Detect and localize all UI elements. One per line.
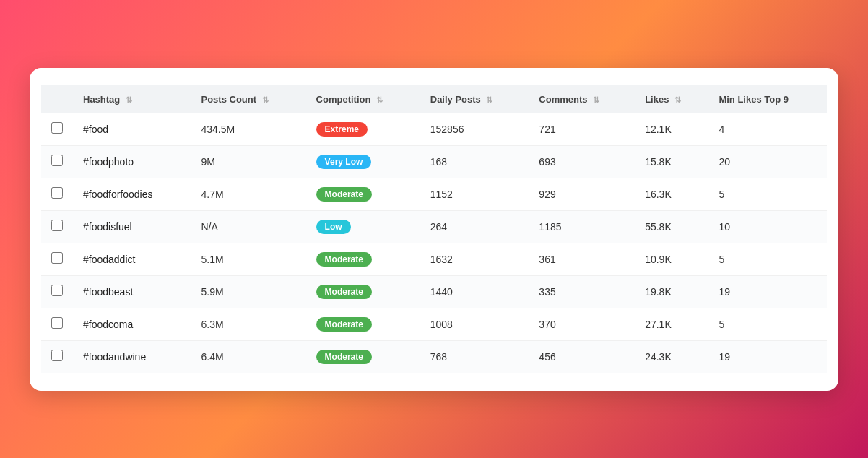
cell-posts-count: 4.7M [191, 178, 306, 210]
cell-competition: Moderate [306, 178, 420, 210]
row-checkbox-cell[interactable] [41, 243, 73, 275]
table-row: #food 434.5M Extreme 152856 721 12.1K 4 [41, 113, 827, 146]
cell-hashtag: #foodisfuel [73, 210, 191, 243]
cell-likes: 15.8K [635, 145, 708, 178]
cell-min-likes-top9: 10 [708, 210, 827, 243]
cell-posts-count: 9M [191, 145, 306, 178]
cell-posts-count: 434.5M [191, 113, 306, 146]
cell-hashtag: #foodforfoodies [73, 178, 191, 210]
cell-posts-count: 5.9M [191, 275, 306, 308]
cell-comments: 456 [529, 340, 635, 373]
col-header-min-likes: Min Likes Top 9 [708, 85, 827, 113]
competition-badge: Moderate [316, 187, 372, 202]
cell-hashtag: #foodbeast [73, 275, 191, 308]
table-row: #foodphoto 9M Very Low 168 693 15.8K 20 [41, 145, 827, 178]
sort-icon-likes: ⇅ [674, 95, 681, 105]
row-checkbox-cell[interactable] [41, 178, 73, 210]
sort-icon-daily-posts: ⇅ [486, 95, 492, 105]
row-checkbox-cell[interactable] [41, 340, 73, 373]
competition-badge: Extreme [316, 122, 368, 137]
competition-badge: Very Low [316, 155, 372, 169]
cell-min-likes-top9: 4 [708, 113, 827, 146]
sort-icon-comments: ⇅ [593, 95, 599, 105]
row-checkbox[interactable] [51, 122, 63, 134]
col-header-likes[interactable]: Likes ⇅ [635, 85, 708, 113]
cell-likes: 19.8K [635, 275, 708, 308]
table-row: #foodcoma 6.3M Moderate 1008 370 27.1K 5 [41, 308, 827, 340]
row-checkbox[interactable] [51, 252, 63, 264]
cell-comments: 370 [529, 308, 635, 340]
cell-min-likes-top9: 19 [708, 275, 827, 308]
row-checkbox[interactable] [51, 285, 63, 296]
hashtag-table: Hashtag ⇅ Posts Count ⇅ Competition ⇅ Da… [41, 85, 827, 373]
cell-competition: Moderate [306, 308, 420, 340]
cell-comments: 693 [529, 145, 635, 178]
cell-comments: 335 [529, 275, 635, 308]
cell-competition: Very Low [306, 145, 420, 178]
cell-competition: Moderate [306, 243, 420, 275]
col-header-hashtag[interactable]: Hashtag ⇅ [73, 85, 191, 113]
cell-daily-posts: 1632 [420, 243, 529, 275]
cell-daily-posts: 168 [420, 145, 529, 178]
row-checkbox[interactable] [51, 155, 63, 166]
sort-icon-hashtag: ⇅ [126, 95, 132, 105]
row-checkbox-cell[interactable] [41, 145, 73, 178]
cell-likes: 27.1K [635, 308, 708, 340]
table-row: #foodforfoodies 4.7M Moderate 1152 929 1… [41, 178, 827, 210]
col-header-posts-count[interactable]: Posts Count ⇅ [191, 85, 306, 113]
cell-hashtag: #foodcoma [73, 308, 191, 340]
cell-hashtag: #foodphoto [73, 145, 191, 178]
cell-comments: 929 [529, 178, 635, 210]
row-checkbox[interactable] [51, 220, 63, 231]
competition-badge: Moderate [316, 317, 372, 332]
cell-likes: 16.3K [635, 178, 708, 210]
col-header-daily-posts[interactable]: Daily Posts ⇅ [420, 85, 529, 113]
row-checkbox-cell[interactable] [41, 275, 73, 308]
cell-posts-count: 5.1M [191, 243, 306, 275]
row-checkbox-cell[interactable] [41, 308, 73, 340]
row-checkbox-cell[interactable] [41, 210, 73, 243]
cell-daily-posts: 1152 [420, 178, 529, 210]
cell-min-likes-top9: 5 [708, 243, 827, 275]
cell-hashtag: #food [73, 113, 191, 146]
cell-min-likes-top9: 5 [708, 308, 827, 340]
cell-competition: Moderate [306, 275, 420, 308]
table-row: #foodaddict 5.1M Moderate 1632 361 10.9K… [41, 243, 827, 275]
cell-likes: 55.8K [635, 210, 708, 243]
cell-daily-posts: 1008 [420, 308, 529, 340]
cell-posts-count: N/A [191, 210, 306, 243]
cell-daily-posts: 768 [420, 340, 529, 373]
cell-posts-count: 6.3M [191, 308, 306, 340]
cell-daily-posts: 152856 [420, 113, 529, 146]
row-checkbox[interactable] [51, 187, 63, 199]
table-row: #foodandwine 6.4M Moderate 768 456 24.3K… [41, 340, 827, 373]
cell-comments: 361 [529, 243, 635, 275]
row-checkbox[interactable] [51, 350, 63, 361]
col-header-comments[interactable]: Comments ⇅ [529, 85, 635, 113]
competition-badge: Moderate [316, 285, 372, 299]
main-card: Hashtag ⇅ Posts Count ⇅ Competition ⇅ Da… [30, 68, 838, 391]
cell-daily-posts: 264 [420, 210, 529, 243]
competition-badge: Moderate [316, 350, 372, 364]
header-checkbox-cell [41, 85, 73, 113]
sort-icon-posts-count: ⇅ [262, 95, 269, 105]
table-header-row: Hashtag ⇅ Posts Count ⇅ Competition ⇅ Da… [41, 85, 827, 113]
cell-comments: 1185 [529, 210, 635, 243]
cell-competition: Low [306, 210, 420, 243]
cell-likes: 12.1K [635, 113, 708, 146]
table-row: #foodisfuel N/A Low 264 1185 55.8K 10 [41, 210, 827, 243]
cell-posts-count: 6.4M [191, 340, 306, 373]
cell-likes: 10.9K [635, 243, 708, 275]
sort-icon-competition: ⇅ [376, 95, 383, 105]
cell-min-likes-top9: 5 [708, 178, 827, 210]
cell-hashtag: #foodaddict [73, 243, 191, 275]
table-row: #foodbeast 5.9M Moderate 1440 335 19.8K … [41, 275, 827, 308]
row-checkbox[interactable] [51, 317, 63, 329]
competition-badge: Low [316, 220, 351, 234]
cell-comments: 721 [529, 113, 635, 146]
row-checkbox-cell[interactable] [41, 113, 73, 146]
col-header-competition[interactable]: Competition ⇅ [306, 85, 420, 113]
cell-hashtag: #foodandwine [73, 340, 191, 373]
cell-likes: 24.3K [635, 340, 708, 373]
cell-min-likes-top9: 20 [708, 145, 827, 178]
